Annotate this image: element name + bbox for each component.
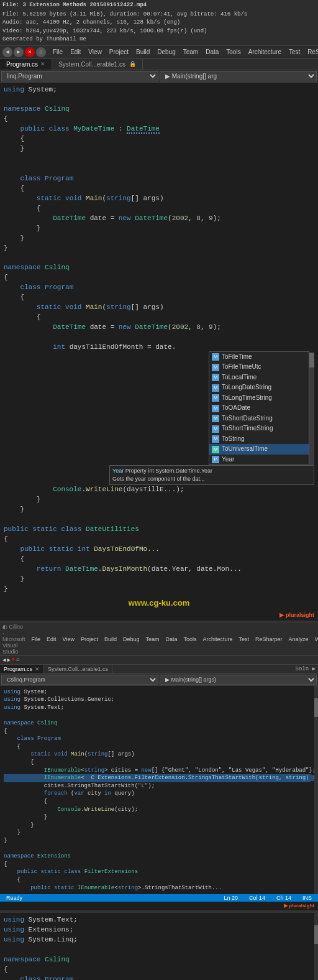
mini-menu-team[interactable]: Team [143, 636, 161, 643]
code-line: { [4, 555, 314, 565]
mini-menu-window[interactable]: Window [312, 636, 318, 643]
code-area-2: using System; using System.Collections.G… [0, 686, 318, 894]
ac-tooltip: Year Property int System.DateTime.Year G… [109, 465, 314, 485]
tab-bar-1: Program.cs ✕ System.Coll...erable1.cs 🔒 [0, 59, 318, 70]
code-line [4, 333, 314, 343]
status-col: Col 14 [247, 895, 268, 901]
tab-program-cs[interactable]: Program.cs ✕ [0, 59, 52, 70]
tab2-close[interactable]: ✕ [35, 666, 40, 672]
menu-architecture[interactable]: Architecture [245, 48, 284, 56]
ac-icon: P [212, 456, 219, 463]
menu-bar-1: ◀ ▶ ✕ ⌂ File Edit View Project Build Deb… [0, 46, 318, 59]
menu-edit[interactable]: Edit [67, 48, 84, 56]
tab-program-cs-close[interactable]: ✕ [40, 61, 45, 67]
menu-file[interactable]: File [50, 48, 66, 56]
tab2-system-coll[interactable]: System.Coll...erable1.cs [44, 665, 112, 673]
mini-menu-file[interactable]: File [29, 636, 43, 643]
ac-item-tostring[interactable]: MToString [209, 434, 309, 445]
menu-tools[interactable]: Tools [223, 48, 243, 56]
menu-test[interactable]: Test [286, 48, 303, 56]
code-line: } [4, 495, 314, 505]
mini-menu-data[interactable]: Data [163, 636, 179, 643]
menu-view[interactable]: View [85, 48, 105, 56]
mini-home[interactable]: ⌂ [16, 657, 19, 663]
method-dropdown-1[interactable]: ▶ Main(string[] arg [160, 71, 317, 81]
ac-item-toshortdatestring[interactable]: MToShortDateString [209, 414, 309, 424]
code-line: using System.Text; [4, 915, 311, 925]
code-line: using System.Linq; [4, 935, 311, 945]
scrollbar-thumb-3 [314, 925, 318, 944]
mini-menu-project[interactable]: Project [78, 636, 101, 643]
ac-item-tofiletimeutc[interactable]: MToFileTimeUtc [209, 362, 309, 372]
mini-menu-test[interactable]: Test [237, 636, 252, 643]
ac-item-toshorttimestring[interactable]: MToShortTimeString [209, 423, 309, 434]
ac-icon: M [212, 446, 219, 453]
mini-menu-tools[interactable]: Tools [181, 636, 199, 643]
code-line [4, 154, 314, 164]
ac-item-tolongtimestring[interactable]: MToLongTimeString [209, 393, 309, 404]
code-line: { [4, 273, 314, 283]
namespace-dropdown-2[interactable]: Cslinq.Program [1, 675, 158, 685]
ac-icon: M [212, 435, 219, 443]
ac-icon: M [212, 415, 219, 422]
code-line: } [4, 575, 314, 585]
ac-item-year[interactable]: PYear [209, 455, 309, 465]
tab2-system-coll-label: System.Coll...erable1.cs [48, 666, 108, 672]
menu-team[interactable]: Team [180, 48, 201, 56]
ac-scrollbar[interactable] [309, 353, 314, 466]
menu-resharper[interactable]: ReSharper [304, 48, 318, 56]
menu-data[interactable]: Data [202, 48, 222, 56]
video-file-info: File: 5.62169 bytes (3.11 MiB), duration… [2, 11, 316, 19]
tab-system-coll[interactable]: System.Coll...erable1.cs 🔒 [52, 59, 143, 70]
menu-debug[interactable]: Debug [154, 48, 178, 56]
code-line: } [4, 234, 314, 244]
mini-menu-debug[interactable]: Debug [120, 636, 142, 643]
video-generated: Generated by Thumbnail me [2, 35, 316, 44]
mini-menu-architecture[interactable]: Architecture [201, 636, 235, 643]
stop-button[interactable]: ✕ [25, 47, 35, 57]
cilno-vs-label: ◐ Cilino · Microsoft Visual Studio [2, 624, 25, 655]
code-line [4, 845, 311, 853]
code-line: namespace Cslinq [4, 955, 311, 965]
mini-back[interactable]: ◀ [2, 657, 6, 663]
mini-fwd[interactable]: ▶ [7, 657, 10, 663]
code-line: class Program [4, 174, 314, 184]
mini-menu-build[interactable]: Build [102, 636, 119, 643]
code-line: } [4, 224, 314, 234]
video-title: File: 3 Extension Methods 2015091612422.… [2, 1, 316, 10]
menu-project[interactable]: Project [106, 48, 132, 56]
autocomplete-popup[interactable]: MToFileTime MToFileTimeUtc MToLocalTime … [4, 353, 314, 486]
ac-item-tolocaltime[interactable]: MToLocalTime [209, 372, 309, 383]
scrollbar-mini-3[interactable] [314, 913, 318, 980]
back-button[interactable]: ◀ [2, 47, 12, 57]
code-line: } [4, 813, 311, 821]
ac-icon: M [212, 405, 219, 412]
code-line: foreach (var city in query) [4, 790, 311, 798]
namespace-dropdown-1[interactable]: linq.Program [1, 71, 158, 81]
status-bar-2: Ready Ln 20 Col 14 Ch 14 INS [0, 894, 318, 902]
code-area-3: using System.Text; using Extensions; usi… [0, 913, 318, 980]
forward-button[interactable]: ▶ [14, 47, 24, 57]
tab2-program-cs[interactable]: Program.cs ✕ [0, 665, 44, 673]
home-button[interactable]: ⌂ [36, 47, 46, 57]
ide-section-2: ◐ Cilino · Microsoft Visual Studio File … [0, 621, 318, 910]
menu-build[interactable]: Build [133, 48, 153, 56]
code-line: cities.StringsThatStartWith("L"); [4, 782, 311, 790]
code-line: { [4, 759, 311, 767]
ac-item-touniversaltime[interactable]: MToUniversalTime [209, 444, 309, 455]
mini-menu-view[interactable]: View [60, 636, 77, 643]
code-line: static void Main(string[] args) [4, 751, 311, 759]
status-ln: Ln 20 [221, 895, 240, 901]
ac-item-tooadate[interactable]: MToOADate [209, 403, 309, 414]
mini-menu-edit[interactable]: Edit [44, 636, 59, 643]
ps-logo-2: ▶ pluralsight [0, 902, 318, 910]
mini-menu-analyze[interactable]: Analyze [286, 636, 311, 643]
code-line: DateTime date = new DateTime(2002, 8, 9)… [4, 214, 314, 224]
method-dropdown-2[interactable]: ▶ Main(string[] args) [160, 675, 317, 685]
ac-item-tolongdatestring[interactable]: MToLongDateString [209, 382, 309, 393]
scrollbar-mini-2[interactable] [314, 686, 318, 894]
ac-item-tofiletime[interactable]: MToFileTime [209, 352, 309, 363]
code-line: { [4, 114, 314, 124]
mini-menu-resharper[interactable]: ReSharper [253, 636, 285, 643]
mini-stop[interactable]: ● [12, 657, 15, 663]
